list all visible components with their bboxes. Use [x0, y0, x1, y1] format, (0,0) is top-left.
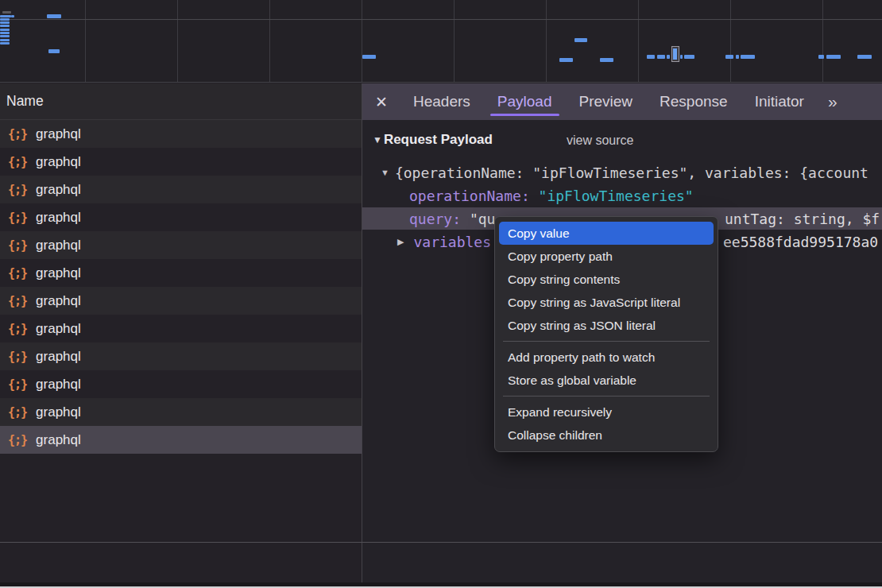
detail-tab-bar: ✕ HeadersPayloadPreviewResponseInitiator…: [362, 83, 882, 120]
request-name: graphql: [36, 210, 81, 226]
more-tabs-icon[interactable]: »: [828, 92, 836, 111]
json-icon: {;}: [8, 405, 27, 420]
request-bar: [559, 58, 573, 62]
request-bar: [741, 55, 755, 59]
tab-preview[interactable]: Preview: [579, 83, 633, 120]
property-key: variables: [413, 234, 491, 250]
menu-item-store-as-global-variable[interactable]: Store as global variable: [495, 369, 718, 392]
request-name: graphql: [36, 154, 81, 170]
timeline-gridline: [638, 0, 639, 82]
json-icon: {;}: [8, 183, 27, 197]
request-bar: [0, 21, 10, 24]
devtools-network-panel: Name {;}graphql{;}graphql{;}graphql{;}gr…: [0, 0, 882, 588]
property-value-start: "qu: [470, 211, 496, 227]
expander-closed-icon[interactable]: ▶: [397, 237, 404, 247]
request-bar: [826, 55, 841, 59]
tab-response[interactable]: Response: [660, 83, 728, 120]
request-row[interactable]: {;}graphql: [0, 120, 362, 148]
request-bar: [11, 15, 14, 17]
menu-separator: [503, 341, 710, 342]
footer-divider: [0, 542, 882, 543]
request-row[interactable]: {;}graphql: [0, 231, 362, 259]
request-bar: [857, 55, 872, 59]
property-value-end: untTag: string, $f: [725, 207, 880, 230]
timeline-gridline: [362, 0, 362, 82]
tab-initiator[interactable]: Initiator: [755, 83, 804, 120]
json-icon: {;}: [8, 211, 27, 225]
json-icon: {;}: [8, 127, 27, 141]
request-row[interactable]: {;}graphql: [0, 398, 362, 426]
timeline-gridline: [85, 0, 86, 82]
request-name: graphql: [36, 321, 81, 337]
payload-root-row[interactable]: ▼ {operationName: "ipFlowTimeseries", va…: [362, 161, 882, 184]
request-bar: [725, 55, 733, 59]
request-name: graphql: [36, 238, 81, 253]
tab-headers[interactable]: Headers: [413, 83, 470, 120]
json-icon: {;}: [8, 294, 27, 308]
payload-row-operationName[interactable]: operationName: "ipFlowTimeseries": [362, 184, 882, 207]
requests-panel: Name {;}graphql{;}graphql{;}graphql{;}gr…: [0, 83, 362, 588]
json-icon: {;}: [8, 433, 27, 447]
request-row[interactable]: {;}graphql: [0, 176, 362, 203]
request-bar: [362, 55, 376, 59]
request-bar: [680, 55, 683, 59]
request-payload-section-header[interactable]: ▼ Request Payload: [373, 132, 493, 148]
timeline-gridline: [454, 0, 455, 82]
request-name: graphql: [36, 126, 81, 142]
json-icon: {;}: [8, 350, 27, 364]
request-bar: [0, 32, 10, 34]
request-bar: [736, 55, 739, 59]
request-name: graphql: [36, 349, 81, 365]
json-icon: {;}: [8, 322, 27, 336]
menu-item-add-property-path-to-watch[interactable]: Add property path to watch: [495, 346, 718, 369]
request-row[interactable]: {;}graphql: [0, 370, 362, 398]
request-row[interactable]: {;}graphql: [0, 287, 362, 315]
request-row[interactable]: {;}graphql: [0, 315, 362, 342]
menu-item-copy-string-as-json-literal[interactable]: Copy string as JSON literal: [495, 314, 718, 337]
timeline-gridline: [269, 0, 270, 82]
menu-item-copy-value[interactable]: Copy value: [499, 222, 714, 245]
selected-request-bar: [673, 48, 677, 60]
network-overview-timeline[interactable]: [0, 0, 882, 83]
property-key: query: [409, 211, 452, 227]
request-row[interactable]: {;}graphql: [0, 426, 362, 454]
detail-tabs: HeadersPayloadPreviewResponseInitiator: [413, 83, 804, 120]
request-row[interactable]: {;}graphql: [0, 259, 362, 287]
menu-item-copy-string-as-javascript-literal[interactable]: Copy string as JavaScript literal: [495, 291, 718, 314]
request-bar: [0, 18, 10, 21]
menu-item-copy-string-contents[interactable]: Copy string contents: [495, 268, 718, 291]
timeline-gridline: [822, 0, 823, 82]
property-value-end: ee5588fdad995178a0: [723, 230, 878, 253]
property-value: "ipFlowTimeseries": [539, 188, 694, 204]
request-name: graphql: [36, 182, 81, 198]
section-expander-icon: ▼: [373, 134, 382, 145]
key-separator: :: [521, 188, 539, 204]
menu-item-expand-recursively[interactable]: Expand recursively: [495, 400, 718, 424]
request-name: graphql: [36, 293, 81, 309]
json-icon: {;}: [8, 238, 27, 253]
request-row[interactable]: {;}graphql: [0, 342, 362, 370]
timeline-gridline: [730, 0, 731, 82]
request-bar: [0, 35, 10, 37]
menu-item-copy-property-path[interactable]: Copy property path: [495, 245, 718, 268]
expander-open-icon[interactable]: ▼: [381, 168, 389, 177]
request-name: graphql: [36, 265, 81, 281]
close-icon[interactable]: ✕: [375, 93, 399, 111]
json-icon: {;}: [8, 377, 27, 392]
request-row[interactable]: {;}graphql: [0, 203, 362, 231]
request-bar: [574, 38, 587, 42]
request-bar: [0, 42, 10, 44]
key-separator: :: [452, 211, 470, 227]
timeline-gridline: [546, 0, 547, 82]
request-bar: [667, 55, 670, 59]
property-key: operationName: [409, 188, 521, 204]
view-source-link[interactable]: view source: [567, 133, 633, 148]
name-column-header[interactable]: Name: [0, 83, 362, 120]
timeline-gridline: [177, 0, 178, 82]
menu-item-collapse-children[interactable]: Collapse children: [495, 424, 718, 447]
menu-separator: [503, 396, 710, 397]
tab-payload[interactable]: Payload: [497, 83, 552, 120]
request-row[interactable]: {;}graphql: [0, 148, 362, 176]
request-bar: [48, 49, 60, 53]
section-title: Request Payload: [384, 132, 493, 148]
